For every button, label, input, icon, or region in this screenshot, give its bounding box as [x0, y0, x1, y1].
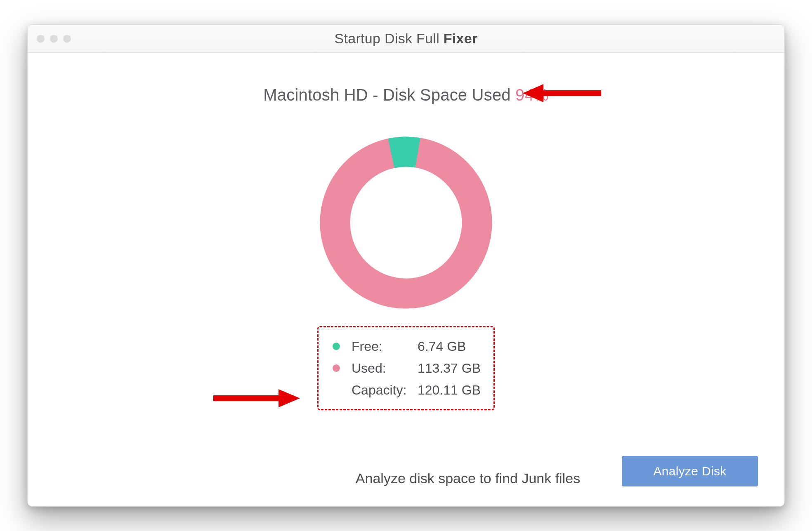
window-controls: [37, 35, 71, 42]
disk-label: Macintosh HD - Disk Space Used: [263, 86, 515, 104]
window-title: Startup Disk Full Fixer: [28, 31, 784, 47]
disk-stats-box: Free: 6.74 GB Used: 113.37 GB Capacity: …: [317, 326, 495, 410]
stat-row-used: Used: 113.37 GB: [328, 357, 484, 379]
legend-dot-spacer: [333, 386, 340, 394]
content-area: Macintosh HD - Disk Space Used 94%: [28, 53, 784, 506]
stat-free-value: 6.74 GB: [413, 336, 484, 357]
disk-percent: 94%: [515, 86, 549, 104]
analyze-disk-button[interactable]: Analyze Disk: [622, 456, 758, 486]
app-window: Startup Disk Full Fixer Macintosh HD - D…: [27, 24, 785, 507]
window-title-prefix: Startup Disk Full: [334, 31, 443, 46]
zoom-window-icon[interactable]: [63, 35, 71, 42]
stat-capacity-label: Capacity:: [352, 379, 413, 401]
minimize-window-icon[interactable]: [50, 35, 58, 42]
disk-usage-heading: Macintosh HD - Disk Space Used 94%: [28, 86, 784, 104]
annotation-arrow-icon: [213, 386, 300, 411]
close-window-icon[interactable]: [37, 35, 45, 42]
stat-free-label: Free:: [352, 336, 413, 357]
svg-marker-5: [279, 389, 300, 407]
legend-dot-used-icon: [333, 364, 340, 372]
window-title-bold: Fixer: [444, 31, 478, 46]
stat-row-capacity: Capacity: 120.11 GB: [328, 379, 484, 401]
legend-dot-free-icon: [333, 343, 340, 350]
stat-capacity-value: 120.11 GB: [413, 379, 484, 401]
stat-used-value: 113.37 GB: [413, 357, 484, 379]
disk-usage-donut-chart: [317, 134, 495, 311]
titlebar: Startup Disk Full Fixer: [28, 25, 784, 53]
stat-row-free: Free: 6.74 GB: [328, 336, 484, 357]
footer: Analyze disk space to find Junk files An…: [28, 470, 784, 486]
stat-used-label: Used:: [352, 357, 413, 379]
